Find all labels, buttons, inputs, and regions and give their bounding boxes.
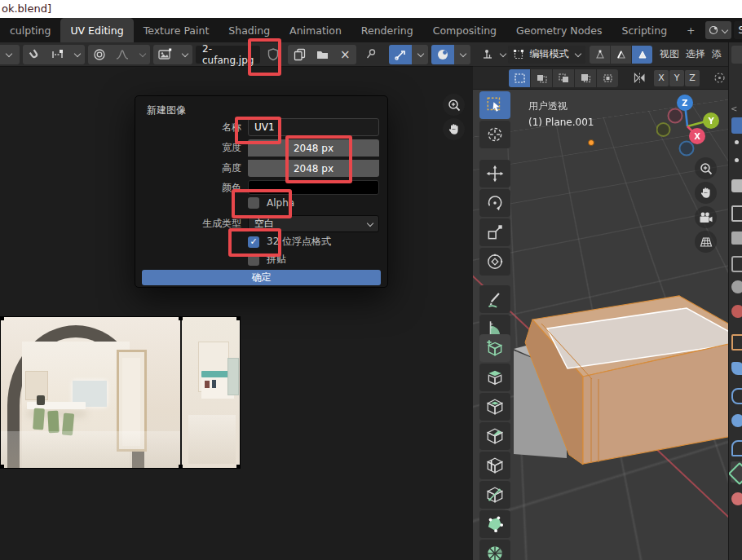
uv-zoom-button[interactable] (443, 94, 465, 116)
chevron-down-icon[interactable] (74, 51, 80, 57)
select-difference-mode-button[interactable] (575, 69, 596, 87)
tool-move-button[interactable] (479, 160, 510, 187)
workspace-tab-rendering[interactable]: Rendering (351, 18, 423, 42)
sliver-active-tab[interactable] (731, 117, 742, 134)
workspace-tab-shading[interactable]: Shading (219, 18, 280, 42)
workspace-tab-culpting[interactable]: culpting (0, 18, 60, 42)
tool-bevel-button[interactable] (479, 422, 510, 450)
workspace-tab--[interactable]: + (677, 18, 704, 42)
constraints-tab-icon[interactable] (731, 440, 742, 456)
chevron-down-icon[interactable] (500, 51, 504, 57)
uv-pan-hand-button[interactable] (443, 118, 465, 140)
tool-spin-button[interactable] (479, 540, 510, 560)
name-value: UV1 (254, 121, 275, 133)
viewport-camera-button[interactable] (695, 206, 717, 228)
select-intersect-mode-button[interactable] (597, 69, 618, 87)
tool-inset-button[interactable] (479, 393, 510, 421)
name-input[interactable]: UV1 (248, 118, 379, 136)
tool-annotate-button[interactable] (479, 285, 510, 313)
tool-extrude-button[interactable] (479, 364, 510, 391)
open-folder-icon[interactable] (311, 45, 333, 64)
face-select-mode-button[interactable] (632, 46, 652, 64)
material-tab-icon[interactable] (731, 492, 742, 505)
output-tab-icon[interactable] (731, 231, 742, 245)
scene-name-field[interactable]: Scene (734, 21, 742, 39)
transform-orientation-icon[interactable] (476, 45, 499, 64)
tool-select-box-button[interactable] (479, 91, 510, 119)
navigation-gizmo[interactable]: Z Y X (656, 95, 728, 165)
snap-magnet-icon[interactable] (23, 45, 46, 64)
mirror-icon[interactable] (628, 68, 651, 88)
chevron-down-icon[interactable] (139, 51, 145, 57)
ok-button[interactable]: 确定 (142, 270, 381, 285)
workspace-tab-texture-paint[interactable]: Texture Paint (134, 18, 219, 42)
viewport-ortho-grid-button[interactable] (695, 231, 717, 253)
overlay-sphere-icon[interactable] (431, 45, 454, 64)
select-extend-mode-button[interactable] (531, 69, 552, 87)
tool-tab-icon[interactable] (731, 179, 742, 192)
tool-poly-build-button[interactable] (479, 510, 510, 538)
gizmo-toggle-icon[interactable] (389, 45, 412, 64)
editor-type-dropdown[interactable] (0, 45, 20, 64)
axis-button-y[interactable]: Y (669, 70, 684, 86)
viewport-menu-0[interactable]: 视图 (656, 47, 682, 61)
generated-type-dropdown[interactable]: 空白 (248, 215, 379, 232)
workspace-tab-geometry-nodes[interactable]: Geometry Nodes (506, 18, 612, 42)
unlink-x-icon[interactable]: × (333, 45, 356, 64)
tool-cursor-button[interactable] (479, 121, 510, 148)
sliver-header-button[interactable] (731, 46, 742, 64)
alpha-checkbox[interactable] (248, 197, 259, 209)
vertex-select-mode-button[interactable] (590, 46, 610, 64)
tool-loop-cut-button[interactable] (479, 452, 510, 479)
scene-icon-dropdown[interactable] (705, 21, 731, 39)
tiled-label: 拼贴 (267, 253, 286, 267)
edge-select-mode-button[interactable] (611, 46, 631, 64)
chevron-down-icon[interactable] (460, 51, 466, 57)
tiled-checkbox[interactable] (248, 254, 259, 266)
image-name-field[interactable]: 2-cufang.jpg (196, 46, 260, 64)
viewport-zoom-button[interactable] (695, 157, 717, 179)
uv-canvas[interactable]: 新建图像 名称 UV1 宽度 2048 px 高度 2048 px 颜色 Alp… (0, 67, 473, 560)
width-input[interactable]: 2048 px (248, 139, 379, 157)
tool-add-cube-button[interactable] (479, 334, 510, 362)
tool-knife-button[interactable] (479, 481, 510, 509)
viewport-menu-1[interactable]: 选择 (682, 47, 709, 61)
modifier-tab-icon[interactable] (731, 362, 742, 375)
float32-checkbox[interactable]: ✓ (248, 236, 259, 248)
reference-image[interactable] (0, 316, 241, 469)
color-swatch[interactable] (248, 180, 379, 195)
workspace-tab-compositing[interactable]: Compositing (423, 18, 506, 42)
physics-tab-icon[interactable] (731, 414, 742, 427)
height-input[interactable]: 2048 px (248, 160, 379, 177)
new-image-copy-icon[interactable] (288, 45, 311, 64)
axis-button-x[interactable]: X (654, 70, 669, 86)
axis-button-z[interactable]: Z (685, 70, 700, 86)
viewport-pan-hand-button[interactable] (695, 182, 717, 204)
scene-tab-icon[interactable] (731, 280, 742, 293)
collapse-arrow[interactable]: < (731, 104, 737, 113)
mode-dropdown[interactable]: 编辑模式 (508, 46, 585, 64)
chevron-down-icon[interactable] (417, 51, 423, 57)
select-box-mode-button[interactable] (509, 69, 530, 87)
tool-scale-button[interactable] (479, 218, 510, 246)
proportional-editing-icon[interactable] (88, 45, 111, 64)
image-datablock-selector[interactable] (153, 45, 192, 64)
viewport-menu-2[interactable]: 添 (709, 47, 725, 61)
workspace-tab-animation[interactable]: Animation (280, 18, 351, 42)
fake-user-shield-icon[interactable] (262, 45, 285, 64)
falloff-curve-icon[interactable] (111, 45, 134, 64)
proportional-falloff-icon[interactable] (708, 68, 728, 88)
tool-transform-button[interactable] (479, 248, 510, 276)
object-tab-icon[interactable] (731, 334, 742, 351)
select-subtract-mode-button[interactable] (553, 69, 574, 87)
viewlayer-tab-icon[interactable] (731, 256, 742, 272)
world-tab-icon[interactable] (731, 305, 742, 318)
workspace-tab-scripting[interactable]: Scripting (612, 18, 678, 42)
snap-target-icon[interactable] (46, 45, 68, 64)
particles-tab-icon[interactable] (731, 388, 742, 404)
pin-icon[interactable] (360, 45, 382, 64)
render-tab-icon[interactable] (731, 205, 742, 222)
viewport-canvas[interactable]: 用户透视 (1) Plane.001 Z Y X (473, 90, 728, 560)
tool-rotate-button[interactable] (479, 189, 510, 217)
workspace-tab-uv-editing[interactable]: UV Editing (60, 18, 133, 42)
